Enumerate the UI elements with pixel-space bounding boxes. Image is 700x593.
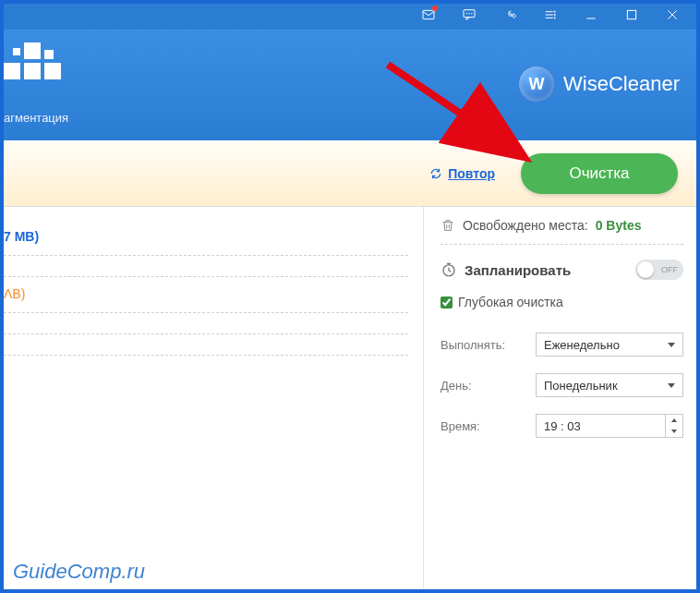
frequency-row: Выполнять: Еженедельно [441, 324, 683, 365]
deep-clean-row: Глубокая очистка [441, 289, 683, 324]
list-item[interactable] [4, 313, 408, 334]
titlebar [0, 0, 700, 30]
feedback-icon[interactable] [449, 0, 489, 30]
schedule-title: Запланировать [465, 262, 571, 278]
deep-clean-label: Глубокая очистка [458, 295, 563, 309]
day-label: День: [441, 379, 472, 393]
notification-dot [432, 6, 438, 11]
schedule-toggle[interactable]: OFF [635, 260, 683, 280]
day-select[interactable]: Понедельник [536, 373, 683, 397]
mail-icon[interactable] [408, 0, 449, 30]
time-row: Время: 19 : 03 [441, 405, 683, 446]
freed-space-row: Освобождено места: 0 Bytes [441, 218, 683, 245]
watermark: GuideComp.ru [13, 560, 145, 584]
frequency-select[interactable]: Еженедельно [536, 333, 683, 357]
action-bar: Повтор Очистка [0, 140, 700, 207]
close-button[interactable] [652, 0, 693, 30]
freed-value: 0 Bytes [596, 218, 642, 233]
schedule-row: Запланировать OFF [441, 245, 683, 289]
brand-logo: W [519, 67, 554, 102]
side-panel: Освобождено места: 0 Bytes Запланировать… [423, 207, 700, 593]
spinner-up[interactable] [666, 415, 682, 426]
frequency-label: Выполнять: [441, 338, 505, 352]
menu-icon[interactable] [530, 0, 571, 30]
chevron-down-icon [668, 383, 675, 388]
header-tab-label[interactable]: агментация [4, 111, 68, 125]
time-spinner[interactable]: 19 : 03 [536, 414, 683, 438]
spinner-down[interactable] [666, 426, 682, 437]
list-item[interactable]: 7 MB) [4, 220, 408, 256]
results-list: 7 MB) ΛΒ) [0, 207, 423, 593]
trash-icon [441, 218, 455, 233]
time-label: Время: [441, 419, 480, 433]
list-item[interactable]: ΛΒ) [4, 277, 408, 313]
clock-icon [441, 261, 457, 278]
svg-point-4 [554, 18, 555, 18]
repeat-link[interactable]: Повтор [429, 166, 495, 181]
day-row: День: Понедельник [441, 365, 683, 405]
list-item[interactable] [4, 334, 408, 356]
svg-rect-0 [423, 10, 434, 18]
repeat-label: Повтор [448, 166, 495, 181]
maximize-button[interactable] [611, 0, 652, 30]
refresh-icon [429, 167, 442, 180]
deep-clean-checkbox[interactable] [441, 296, 453, 309]
brand[interactable]: W WiseCleaner [519, 67, 680, 102]
list-item[interactable] [4, 256, 408, 277]
brand-name: WiseCleaner [563, 72, 680, 96]
header: агментация W WiseCleaner [0, 30, 700, 140]
chevron-down-icon [668, 343, 675, 347]
minimize-button[interactable] [571, 0, 611, 30]
defrag-icon [4, 41, 59, 87]
clean-button[interactable]: Очистка [521, 153, 678, 194]
content-area: 7 MB) ΛΒ) Освобождено места: 0 Bytes Зап… [0, 207, 700, 593]
svg-point-3 [554, 14, 555, 15]
tools-icon[interactable] [489, 0, 530, 30]
svg-point-2 [554, 11, 555, 12]
svg-rect-5 [627, 10, 635, 18]
freed-label: Освобождено места: [463, 218, 588, 233]
